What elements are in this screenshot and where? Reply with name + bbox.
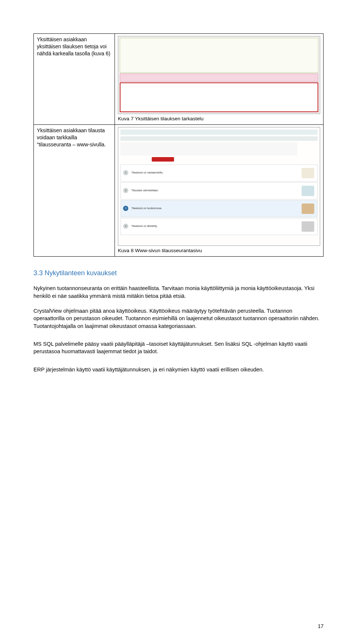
step-1-label: Tilauksesi on vastaanotettu.	[131, 171, 164, 174]
row2-left-text: Yksittäisen asiakkaan tilausta voidaan t…	[34, 125, 115, 257]
figure-8-image: 1Tilauksesi on vastaanotettu. 2Tilaustas…	[118, 127, 320, 246]
section-heading-3-3: 3.3 Nykytilanteen kuvaukset	[33, 269, 324, 277]
step-4-label: Tilauksesi on lähetetty.	[131, 224, 157, 228]
step-2-label: Tilaustasi valmistellaan.	[131, 189, 159, 192]
page-number: 17	[318, 623, 324, 629]
figure-7-image	[118, 36, 320, 114]
row2-figure-cell: 1Tilauksesi on vastaanotettu. 2Tilaustas…	[115, 125, 324, 257]
figure-7-caption: Kuva 7 Yksittäisen tilauksen tarkastelu	[118, 116, 320, 122]
paragraph-1: Nykyinen tuotannonseuranta on erittäin h…	[33, 284, 324, 300]
figure-8-caption: Kuva 8 Www-sivun tilausseurantasivu	[118, 247, 320, 254]
paragraph-2: CrystalView ohjelmaan pitää anoa käyttöo…	[33, 307, 324, 330]
row1-left-text: Yksittäisen asiakkaan yksittäisen tilauk…	[34, 34, 115, 125]
paragraph-3: MS SQL palvelimelle pääsy vaatii pääyllä…	[33, 340, 324, 355]
row1-figure-cell: Kuva 7 Yksittäisen tilauksen tarkastelu	[115, 34, 324, 125]
step-3-label: Tilauksesi on tuotannossa.	[131, 206, 162, 210]
content-table: Yksittäisen asiakkaan yksittäisen tilauk…	[33, 33, 324, 257]
paragraph-4: ERP järjestelmän käyttö vaatii käyttäjät…	[33, 366, 324, 373]
